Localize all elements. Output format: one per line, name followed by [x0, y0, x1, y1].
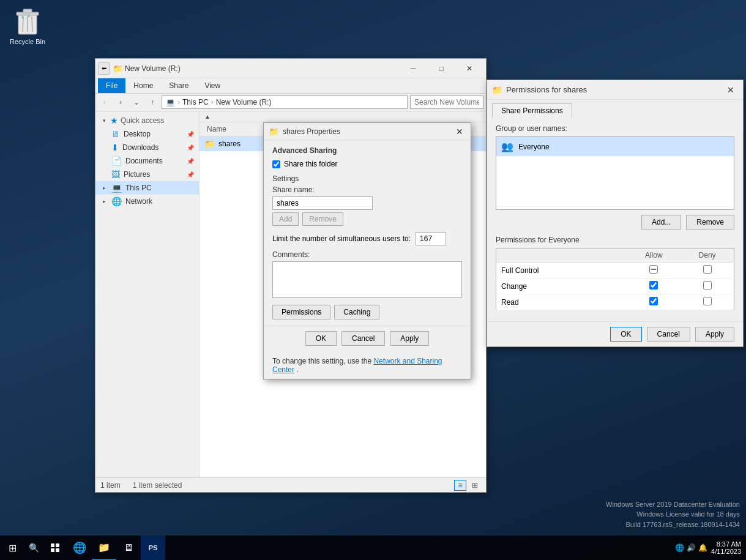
shares-ok-button[interactable]: OK [305, 331, 337, 346]
search-input[interactable] [410, 95, 483, 109]
taskbar-clock[interactable]: 8:37 AM 4/11/2023 [711, 540, 741, 555]
permissions-titlebar: 📁 Permissions for shares ✕ [487, 80, 743, 100]
user-list: 👥 Everyone [496, 136, 734, 210]
documents-icon: 📄 [111, 156, 122, 166]
close-button[interactable]: ✕ [455, 59, 483, 78]
pictures-icon: 🖼 [111, 170, 120, 179]
shares-dialog-body: Advanced Sharing Share this folder Setti… [264, 140, 471, 326]
add-button[interactable]: Add [272, 212, 299, 226]
remove-button[interactable]: Remove [302, 212, 343, 226]
desktop: Recycle Bin ⬅ 📁 New Volume (R:) ─ □ ✕ Fi… [0, 0, 746, 560]
change-allow-checkbox[interactable] [649, 281, 658, 289]
this-pc-expand-icon[interactable]: ▸ [100, 184, 108, 192]
full-control-allow-checkbox[interactable] [649, 265, 658, 274]
perm-apply-button[interactable]: Apply [695, 327, 734, 342]
tab-share[interactable]: Share [161, 78, 196, 93]
everyone-label: Everyone [518, 143, 550, 151]
perm-col-allow: Allow [627, 248, 681, 263]
expand-icon[interactable]: ▾ [100, 117, 108, 124]
read-allow-checkbox[interactable] [649, 297, 658, 305]
sidebar-item-this-pc[interactable]: ▸ 💻 This PC [95, 181, 199, 195]
add-user-button[interactable]: Add... [641, 215, 681, 230]
maximize-button[interactable]: □ [427, 59, 455, 78]
forward-button[interactable]: › [114, 95, 127, 109]
list-view-btn[interactable]: ⊞ [469, 480, 481, 491]
change-deny-checkbox[interactable] [703, 281, 712, 289]
task-view-button[interactable] [43, 536, 67, 560]
share-this-folder-checkbox[interactable] [272, 160, 280, 168]
ie-icon[interactable]: 🌐 [67, 536, 92, 560]
shares-dialog-close[interactable]: ✕ [453, 125, 466, 138]
perm-read-label: Read [496, 294, 627, 310]
server-watermark: Windows Server 2019 Datacenter Evaluatio… [606, 499, 740, 530]
recycle-bin-icon[interactable]: Recycle Bin [6, 6, 49, 45]
comments-textarea[interactable] [272, 261, 462, 298]
perm-cancel-button[interactable]: Cancel [647, 327, 690, 342]
path-separator-2: › [211, 98, 214, 106]
documents-pin-icon: 📌 [187, 158, 194, 165]
network-expand-icon[interactable]: ▸ [100, 198, 108, 205]
full-control-deny-checkbox[interactable] [703, 265, 712, 274]
perm-col-deny: Deny [681, 248, 734, 263]
details-view-btn[interactable]: ≡ [454, 480, 466, 491]
shares-cancel-button[interactable]: Cancel [341, 331, 385, 346]
perm-col-permission [496, 248, 627, 263]
network-icon: 🌐 [111, 196, 122, 206]
path-computer-icon: 💻 [166, 98, 175, 106]
recycle-bin-label: Recycle Bin [10, 38, 45, 45]
everyone-icon: 👥 [501, 141, 513, 152]
sidebar-quick-access-header[interactable]: ▾ ★ Quick access [95, 114, 199, 127]
minimize-button[interactable]: ─ [399, 59, 427, 78]
permissions-body: Group or user names: 👥 Everyone Add... R… [487, 118, 743, 321]
limit-input[interactable] [416, 232, 446, 245]
collapse-bar[interactable]: ▲ [200, 111, 486, 122]
tab-file[interactable]: File [98, 78, 125, 93]
this-pc-icon: 💻 [111, 183, 122, 193]
up-button[interactable]: ↑ [146, 95, 159, 109]
path-separator-1: › [177, 98, 180, 106]
powershell-icon[interactable]: PS [141, 536, 165, 560]
advanced-sharing-title: Advanced Sharing [272, 146, 462, 155]
permissions-table: Allow Deny Full Control Change [496, 248, 734, 310]
perm-change-label: Change [496, 278, 627, 294]
path-this-pc[interactable]: This PC [182, 98, 209, 106]
permissions-close-button[interactable]: ✕ [723, 83, 738, 97]
search-button[interactable]: 🔍 [24, 536, 43, 560]
caching-button[interactable]: Caching [334, 305, 379, 319]
svg-rect-7 [56, 543, 59, 547]
sidebar-item-downloads[interactable]: ⬇ Downloads 📌 [95, 141, 199, 154]
user-list-item-everyone[interactable]: 👥 Everyone [496, 137, 734, 156]
share-name-input[interactable] [272, 196, 373, 210]
sidebar-documents-label: Documents [125, 157, 163, 165]
star-icon: ★ [110, 116, 118, 125]
permissions-button[interactable]: Permissions [272, 305, 330, 319]
server-manager-icon[interactable]: 🖥 [116, 536, 141, 560]
sidebar-desktop-label: Desktop [124, 130, 151, 138]
address-path[interactable]: 💻 › This PC › New Volume (R:) [162, 95, 408, 109]
perm-ok-button[interactable]: OK [610, 327, 641, 342]
sidebar: ▾ ★ Quick access 🖥 Desktop 📌 ⬇ Downloads… [95, 111, 200, 477]
recent-locations-button[interactable]: ⌄ [130, 95, 143, 109]
sidebar-item-documents[interactable]: 📄 Documents 📌 [95, 154, 199, 168]
sidebar-item-network[interactable]: ▸ 🌐 Network [95, 195, 199, 208]
sidebar-item-desktop[interactable]: 🖥 Desktop 📌 [95, 127, 199, 141]
perm-folder-icon: 📁 [492, 85, 502, 95]
taskbar-time: 8:37 AM [717, 540, 741, 548]
item-selected: 1 item selected [133, 481, 182, 490]
shares-dialog-title: shares Properties [283, 127, 450, 136]
sidebar-this-pc-label: This PC [125, 184, 152, 192]
path-new-volume[interactable]: New Volume (R:) [216, 98, 272, 106]
back-button[interactable]: ‹ [98, 95, 111, 109]
read-deny-checkbox[interactable] [703, 297, 712, 305]
share-permissions-tab[interactable]: Share Permissions [492, 103, 572, 118]
remove-user-button[interactable]: Remove [686, 215, 734, 230]
file-explorer-taskbar-icon[interactable]: 📁 [92, 536, 116, 560]
notification-icon[interactable]: 🔔 [698, 543, 707, 552]
sidebar-item-pictures[interactable]: 🖼 Pictures 📌 [95, 168, 199, 181]
quick-access-btn[interactable]: ⬅ [98, 62, 110, 75]
start-button[interactable]: ⊞ [0, 536, 24, 560]
folder-icon: 📁 [113, 64, 122, 73]
shares-apply-button[interactable]: Apply [390, 331, 429, 346]
tab-home[interactable]: Home [125, 78, 161, 93]
tab-view[interactable]: View [196, 78, 228, 93]
